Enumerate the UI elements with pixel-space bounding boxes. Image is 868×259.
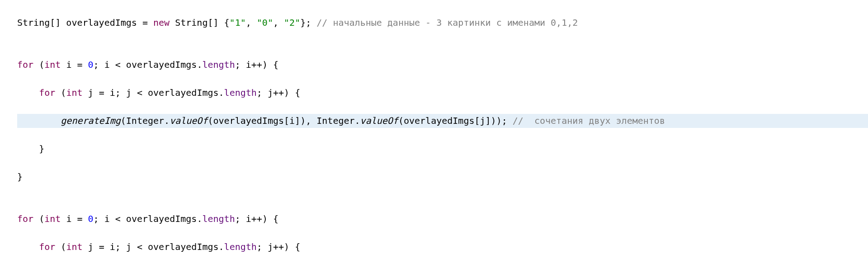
code-line: for (int j = i; j < overlayedImgs.length… — [17, 86, 868, 100]
code-text: j = i; j < overlayedImgs. — [83, 87, 224, 98]
indent — [17, 115, 61, 126]
keyword-int: int — [44, 213, 61, 224]
code-text: (Integer. — [121, 115, 170, 126]
code-line: for (int i = 0; i < overlayedImgs.length… — [17, 212, 868, 226]
code-line: for (int j = i; j < overlayedImgs.length… — [17, 240, 868, 254]
code-text: ; i++) { — [235, 213, 278, 224]
code-text: i = — [61, 59, 88, 70]
code-text: ; i++) { — [235, 59, 278, 70]
code-text: , — [273, 17, 284, 28]
code-text: (overlayedImgs[i]), Integer. — [208, 115, 360, 126]
indent — [17, 87, 39, 98]
keyword-for: for — [39, 241, 55, 252]
keyword-for: for — [39, 87, 55, 98]
code-line: } — [17, 142, 868, 156]
code-text: ; i < overlayedImgs. — [94, 213, 203, 224]
code-line: } — [17, 170, 868, 184]
keyword-for: for — [17, 59, 33, 70]
code-text: ; i < overlayedImgs. — [94, 59, 203, 70]
number-literal: 0 — [88, 213, 94, 224]
method-call: valueOf — [360, 115, 398, 126]
code-text: ( — [33, 213, 44, 224]
keyword-for: for — [17, 213, 33, 224]
number-literal: 0 — [88, 59, 94, 70]
field-length: length — [224, 87, 257, 98]
field-length: length — [202, 213, 235, 224]
keyword-new: new — [153, 17, 170, 28]
code-text: ; j++) { — [257, 241, 300, 252]
string-literal: "2" — [284, 17, 300, 28]
keyword-int: int — [44, 59, 61, 70]
code-text: ( — [33, 59, 44, 70]
code-text: j = i; j < overlayedImgs. — [83, 241, 224, 252]
string-literal: "0" — [257, 17, 273, 28]
field-length: length — [224, 241, 257, 252]
code-text: ( — [55, 87, 66, 98]
code-line: String[] overlayedImgs = new String[] {"… — [17, 16, 868, 30]
keyword-int: int — [66, 241, 82, 252]
code-text: i = — [61, 213, 88, 224]
code-text: String[] { — [170, 17, 229, 28]
string-literal: "1" — [230, 17, 246, 28]
code-text: ; j++) { — [257, 87, 300, 98]
code-line: for (int i = 0; i < overlayedImgs.length… — [17, 58, 868, 72]
code-text: }; — [300, 17, 316, 28]
method-call: valueOf — [170, 115, 208, 126]
code-editor[interactable]: String[] overlayedImgs = new String[] {"… — [0, 0, 868, 259]
comment: // начальные данные - 3 картинки с имена… — [316, 17, 578, 28]
code-text: ( — [55, 241, 66, 252]
code-line-highlighted: generateImg(Integer.valueOf(overlayedImg… — [17, 114, 868, 128]
code-text: , — [246, 17, 257, 28]
field-length: length — [202, 59, 235, 70]
keyword-int: int — [66, 87, 82, 98]
indent — [17, 241, 39, 252]
comment: // сочетания двух элементов — [513, 115, 665, 126]
code-text: String[] overlayedImgs = — [17, 17, 153, 28]
code-text: (overlayedImgs[j])); — [398, 115, 513, 126]
method-call: generateImg — [61, 115, 120, 126]
